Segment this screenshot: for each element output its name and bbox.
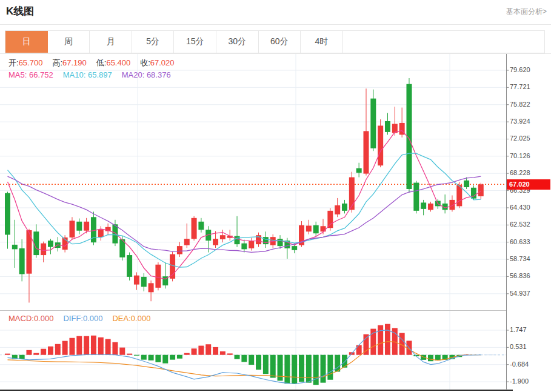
diff-value-pair: DIFF:0.000 [63,314,102,323]
low-label: 低: [96,58,107,67]
ma5-value: 66.752 [29,70,53,79]
macd-value-pair: MACD:0.000 [8,314,53,323]
axis-tick-label: 64.430 [510,204,530,211]
diff-value: 0.000 [83,314,103,323]
ma5-readout: MA5: 66.752 [8,70,53,79]
current-price-tag: 67.020 [507,179,550,190]
axis-tick-label: 73.924 [510,118,530,125]
axis-tick-label: 72.025 [510,135,530,142]
axis-tick-label: 62.532 [510,221,530,228]
high-label: 高: [52,58,62,67]
axis-tick-label: 60.633 [510,238,530,245]
ma20-label: MA20: [122,70,147,79]
dea-value-pair: DEA:0.000 [112,314,150,323]
open-pair: 开:65.700 [8,58,42,67]
period-tab-4[interactable]: 5分 [132,31,175,53]
high-value: 67.190 [62,58,87,67]
ohlc-readout: 开:65.700高:67.190低:65.400收:67.020 [8,58,184,68]
period-tab-6[interactable]: 30分 [216,31,259,53]
axis-tick-label: 77.721 [510,83,530,90]
header-divider [0,24,551,25]
ma10-value: 65.897 [88,70,112,79]
ma5-label: MA5: [8,70,29,79]
dea-label: DEA: [112,314,130,323]
period-tabbar: 日周月5分15分30分60分4时 [5,30,545,53]
macd-value: 0.000 [34,314,54,323]
open-value: 65.700 [19,58,43,67]
axis-tick-label: 56.836 [510,272,530,279]
ma10-label: MA10: [63,70,88,79]
chart-frame [0,54,551,391]
open-label: 开: [8,58,19,67]
period-tab-3[interactable]: 月 [90,31,132,53]
ma10-readout: MA10: 65.897 [63,70,112,79]
period-tab-5[interactable]: 15分 [174,31,216,53]
ma-readout: MA5: 66.752MA10: 65.897MA20: 68.376 [8,70,181,79]
axis-tick-label: -0.684 [510,360,529,368]
ma20-readout: MA20: 68.376 [122,70,171,79]
axis-tick-label: -1.900 [510,377,529,385]
diff-label: DIFF: [63,314,83,323]
axis-tick-label: 58.734 [510,255,530,262]
ma20-value: 68.376 [147,70,171,79]
axis-tick-label: 54.937 [510,290,530,297]
axis-tick-label: 79.620 [510,66,530,73]
axis-tick-label: 75.822 [510,101,530,108]
low-value: 65.400 [106,58,130,67]
close-pair: 收:67.020 [140,58,174,67]
period-tab-7[interactable]: 60分 [259,31,301,53]
kline-chart-page: K线图 基本面分析> 日周月5分15分30分60分4时 开:65.700高:67… [0,0,551,392]
period-tab-8[interactable]: 4时 [301,31,343,53]
axis-tick-label: 68.228 [510,169,530,176]
period-tab-1[interactable]: 日 [5,31,48,53]
axis-tick-label: 1.747 [510,326,527,333]
low-pair: 低:65.400 [96,58,130,67]
macd-readout: MACD:0.000DIFF:0.000DEA:0.000 [8,314,160,323]
close-value: 67.020 [150,58,175,67]
axis-tick-label: 0.531 [510,343,527,350]
axis-tick-label: 70.126 [510,152,530,159]
macd-label: MACD: [8,314,34,323]
period-tab-2[interactable]: 周 [48,31,90,53]
fundamental-analysis-link[interactable]: 基本面分析> [506,7,547,17]
page-title: K线图 [6,4,34,18]
high-pair: 高:67.190 [52,58,86,67]
close-label: 收: [140,58,150,67]
dea-value: 0.000 [131,314,151,323]
grid-layer [0,54,506,390]
